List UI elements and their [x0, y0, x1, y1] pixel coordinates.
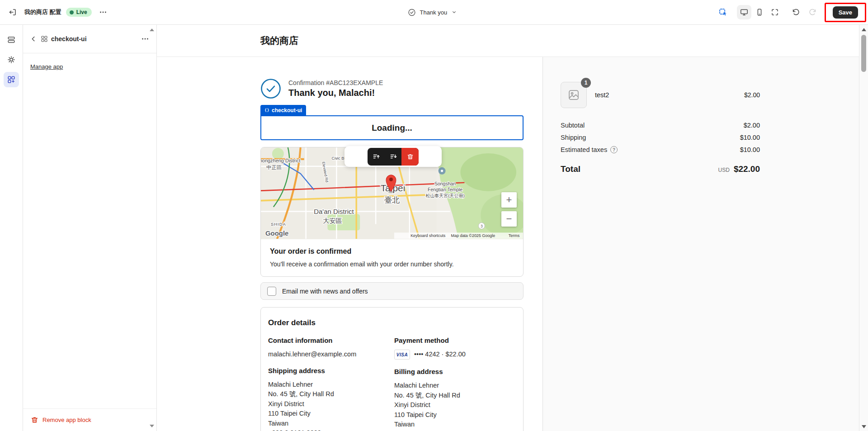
- store-header-section[interactable]: 我的商店: [157, 25, 859, 57]
- exit-icon: [8, 8, 17, 17]
- order-confirmed-heading: Your order is confirmed: [270, 247, 514, 256]
- panel-scroll-up[interactable]: [150, 28, 154, 31]
- order-confirmed-check-icon: [260, 78, 281, 99]
- scrollbar-down-arrow[interactable]: [859, 423, 868, 430]
- editor-rail: [0, 25, 23, 431]
- newsletter-checkbox[interactable]: [267, 287, 276, 296]
- block-toolbar: [344, 146, 442, 167]
- total-row: Total USD $22.00: [561, 164, 760, 174]
- checkout-editor: 我的商店 配置 Live Thank you: [0, 0, 868, 431]
- line-item-row: 1 test2 $2.00: [561, 82, 760, 108]
- map-city-zh-label: 臺北: [384, 196, 400, 204]
- map-attribution-text: Map data ©2025 Google: [451, 233, 495, 238]
- device-preview-group: [737, 5, 782, 19]
- payment-method-text: •••• 4242 · $22.00: [414, 350, 466, 360]
- order-details-heading: Order details: [268, 318, 514, 327]
- contact-email: malachi.lehner@example.com: [268, 350, 394, 360]
- more-dots-icon: [141, 35, 149, 43]
- live-dot-icon: [70, 10, 74, 14]
- quantity-badge: 1: [581, 78, 591, 88]
- topbar-more-button[interactable]: [96, 5, 110, 19]
- remove-app-block-button[interactable]: Remove app block: [23, 408, 156, 431]
- taxes-help-icon[interactable]: ?: [610, 146, 618, 153]
- rail-apps-button[interactable]: [4, 72, 19, 87]
- billing-address-heading: Billing address: [394, 368, 514, 375]
- move-down-icon: [389, 152, 397, 161]
- map-keyboard-shortcuts-link[interactable]: Keyboard shortcuts: [410, 233, 446, 238]
- exit-editor-button[interactable]: [5, 5, 20, 19]
- panel-more-button[interactable]: [138, 32, 152, 46]
- app-block-panel: checkout-ui Manage app Remove app block: [23, 25, 157, 431]
- fullscreen-icon: [770, 8, 779, 17]
- redo-button[interactable]: [806, 5, 820, 19]
- newsletter-section: Email me with news and offers: [260, 282, 524, 300]
- scrollbar-thumb[interactable]: [861, 35, 866, 72]
- payment-method-heading: Payment method: [394, 336, 514, 344]
- image-placeholder-icon: [567, 89, 580, 101]
- scrollbar-up-arrow[interactable]: [859, 26, 868, 33]
- map-zoom-in-button[interactable]: +: [501, 192, 517, 208]
- move-block-up-button[interactable]: [368, 148, 385, 166]
- move-up-icon: [372, 152, 380, 161]
- store-config-title: 我的商店 配置: [24, 8, 61, 16]
- map-zoom-out-button[interactable]: −: [501, 211, 517, 227]
- mobile-preview-button[interactable]: [752, 5, 767, 19]
- rail-sections-button[interactable]: [4, 32, 19, 47]
- shipping-address-line: No. 45 號, City Hall Rd: [268, 389, 394, 399]
- newsletter-label: Email me with news and offers: [282, 288, 368, 295]
- desktop-icon: [740, 8, 749, 17]
- inspector-icon: [718, 8, 728, 17]
- checkout-ui-app-block[interactable]: Loading...: [260, 115, 524, 140]
- billing-address-line: +886 2 8101 8800: [394, 430, 514, 431]
- sections-icon: [7, 35, 16, 44]
- check-circle-icon: [407, 8, 416, 17]
- manage-app-link[interactable]: Manage app: [30, 63, 63, 70]
- map-area-label: Zhongzheng District: [261, 158, 300, 163]
- more-dots-icon: [99, 8, 107, 16]
- taxes-row: Estimated taxes ? $10.00: [561, 146, 760, 153]
- shipping-address-line: Taiwan: [268, 419, 394, 429]
- order-confirmed-body: You'll receive a confirmation email with…: [270, 260, 514, 268]
- block-tag-icon: [264, 108, 269, 113]
- shipping-address-line: 110 Taipei City: [268, 409, 394, 419]
- app-block-icon: [40, 35, 48, 43]
- save-button[interactable]: Save: [833, 6, 858, 19]
- thank-you-heading: Thank you, Malachi!: [288, 88, 383, 98]
- product-price: $2.00: [744, 91, 760, 99]
- trash-icon: [406, 153, 414, 161]
- page-selector-dropdown[interactable]: Thank you: [405, 0, 460, 24]
- selected-block-tag: checkout-ui: [260, 105, 306, 115]
- panel-scroll-down[interactable]: [150, 425, 154, 427]
- route-shield-label: 3: [481, 224, 483, 228]
- map-shida-label: SHIDA: [271, 222, 286, 227]
- save-annotation-highlight: Save: [825, 3, 866, 22]
- panel-back-button[interactable]: [27, 32, 40, 46]
- map-terms-link[interactable]: Terms: [509, 233, 520, 238]
- gear-icon: [7, 55, 16, 64]
- checkout-main-column: Confirmation #ABC123EXAMPLE Thank you, M…: [157, 57, 542, 431]
- rail-settings-button[interactable]: [4, 52, 19, 67]
- confirmation-number: Confirmation #ABC123EXAMPLE: [288, 79, 383, 86]
- contact-heading: Contact information: [268, 336, 394, 344]
- move-block-down-button[interactable]: [385, 148, 402, 166]
- map-district-zh-label: 大安區: [323, 217, 342, 224]
- order-details-card[interactable]: Order details Contact information malach…: [260, 307, 524, 431]
- subtotal-row: Subtotal $2.00: [561, 122, 760, 129]
- billing-address-line: 110 Taipei City: [394, 410, 514, 420]
- delete-block-button[interactable]: [401, 148, 419, 166]
- shipping-row: Shipping $10.00: [561, 134, 760, 141]
- undo-button[interactable]: [788, 5, 803, 19]
- store-name: 我的商店: [260, 34, 298, 47]
- map-poi-label-3: 松山奉天宮(天公廟): [425, 193, 464, 198]
- desktop-preview-button[interactable]: [737, 5, 751, 19]
- chevron-down-icon: [451, 9, 457, 15]
- shipping-address-line: Malachi Lehner: [268, 380, 394, 390]
- shipping-address-line: Xinyi District: [268, 399, 394, 409]
- undo-icon: [791, 8, 800, 17]
- billing-address-line: Malachi Lehner: [394, 381, 514, 391]
- confirmation-section[interactable]: Confirmation #ABC123EXAMPLE Thank you, M…: [260, 78, 524, 99]
- live-status-badge: Live: [66, 8, 92, 17]
- fullscreen-preview-button[interactable]: [768, 5, 782, 19]
- inspector-toggle-button[interactable]: [716, 5, 731, 20]
- trash-icon: [30, 416, 39, 424]
